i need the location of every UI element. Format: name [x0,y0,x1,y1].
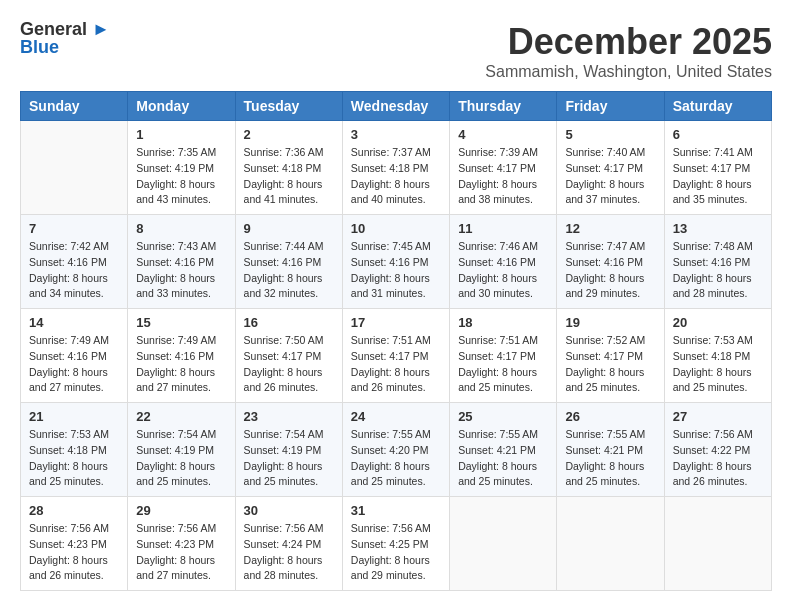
day-number: 24 [351,409,441,424]
day-number: 4 [458,127,548,142]
day-info: Sunrise: 7:51 AMSunset: 4:17 PMDaylight:… [458,333,548,396]
day-number: 10 [351,221,441,236]
day-number: 11 [458,221,548,236]
calendar-cell: 12Sunrise: 7:47 AMSunset: 4:16 PMDayligh… [557,215,664,309]
calendar-cell [450,497,557,591]
page-header: General ► Blue December 2025 Sammamish, … [20,20,772,81]
day-info: Sunrise: 7:55 AMSunset: 4:20 PMDaylight:… [351,427,441,490]
calendar-cell: 16Sunrise: 7:50 AMSunset: 4:17 PMDayligh… [235,309,342,403]
day-number: 19 [565,315,655,330]
calendar-cell: 8Sunrise: 7:43 AMSunset: 4:16 PMDaylight… [128,215,235,309]
day-info: Sunrise: 7:45 AMSunset: 4:16 PMDaylight:… [351,239,441,302]
calendar-cell: 9Sunrise: 7:44 AMSunset: 4:16 PMDaylight… [235,215,342,309]
logo-blue: Blue [20,38,110,56]
calendar-cell [557,497,664,591]
day-info: Sunrise: 7:35 AMSunset: 4:19 PMDaylight:… [136,145,226,208]
day-info: Sunrise: 7:54 AMSunset: 4:19 PMDaylight:… [244,427,334,490]
calendar-cell: 13Sunrise: 7:48 AMSunset: 4:16 PMDayligh… [664,215,771,309]
calendar-week-row: 7Sunrise: 7:42 AMSunset: 4:16 PMDaylight… [21,215,772,309]
calendar-cell: 2Sunrise: 7:36 AMSunset: 4:18 PMDaylight… [235,121,342,215]
calendar-week-row: 28Sunrise: 7:56 AMSunset: 4:23 PMDayligh… [21,497,772,591]
day-number: 28 [29,503,119,518]
calendar-cell: 6Sunrise: 7:41 AMSunset: 4:17 PMDaylight… [664,121,771,215]
day-number: 6 [673,127,763,142]
logo: General ► Blue [20,20,110,56]
calendar-cell: 19Sunrise: 7:52 AMSunset: 4:17 PMDayligh… [557,309,664,403]
location: Sammamish, Washington, United States [485,63,772,81]
calendar-cell: 1Sunrise: 7:35 AMSunset: 4:19 PMDaylight… [128,121,235,215]
calendar-header-sunday: Sunday [21,92,128,121]
day-number: 3 [351,127,441,142]
day-info: Sunrise: 7:53 AMSunset: 4:18 PMDaylight:… [673,333,763,396]
day-info: Sunrise: 7:56 AMSunset: 4:23 PMDaylight:… [136,521,226,584]
day-info: Sunrise: 7:47 AMSunset: 4:16 PMDaylight:… [565,239,655,302]
day-number: 16 [244,315,334,330]
day-number: 22 [136,409,226,424]
calendar-cell: 4Sunrise: 7:39 AMSunset: 4:17 PMDaylight… [450,121,557,215]
day-number: 15 [136,315,226,330]
calendar-header-wednesday: Wednesday [342,92,449,121]
calendar-week-row: 21Sunrise: 7:53 AMSunset: 4:18 PMDayligh… [21,403,772,497]
calendar-cell: 29Sunrise: 7:56 AMSunset: 4:23 PMDayligh… [128,497,235,591]
calendar-cell: 10Sunrise: 7:45 AMSunset: 4:16 PMDayligh… [342,215,449,309]
day-number: 8 [136,221,226,236]
calendar-cell: 20Sunrise: 7:53 AMSunset: 4:18 PMDayligh… [664,309,771,403]
calendar-cell: 30Sunrise: 7:56 AMSunset: 4:24 PMDayligh… [235,497,342,591]
calendar-cell: 28Sunrise: 7:56 AMSunset: 4:23 PMDayligh… [21,497,128,591]
day-number: 20 [673,315,763,330]
day-number: 23 [244,409,334,424]
calendar-cell: 14Sunrise: 7:49 AMSunset: 4:16 PMDayligh… [21,309,128,403]
day-number: 1 [136,127,226,142]
day-number: 25 [458,409,548,424]
day-number: 17 [351,315,441,330]
day-info: Sunrise: 7:54 AMSunset: 4:19 PMDaylight:… [136,427,226,490]
calendar-cell: 11Sunrise: 7:46 AMSunset: 4:16 PMDayligh… [450,215,557,309]
day-number: 7 [29,221,119,236]
day-info: Sunrise: 7:39 AMSunset: 4:17 PMDaylight:… [458,145,548,208]
calendar-header-thursday: Thursday [450,92,557,121]
day-number: 27 [673,409,763,424]
day-number: 9 [244,221,334,236]
calendar-cell [21,121,128,215]
day-number: 5 [565,127,655,142]
day-info: Sunrise: 7:43 AMSunset: 4:16 PMDaylight:… [136,239,226,302]
calendar-cell: 18Sunrise: 7:51 AMSunset: 4:17 PMDayligh… [450,309,557,403]
calendar-cell: 31Sunrise: 7:56 AMSunset: 4:25 PMDayligh… [342,497,449,591]
calendar-cell: 5Sunrise: 7:40 AMSunset: 4:17 PMDaylight… [557,121,664,215]
day-info: Sunrise: 7:49 AMSunset: 4:16 PMDaylight:… [29,333,119,396]
day-info: Sunrise: 7:46 AMSunset: 4:16 PMDaylight:… [458,239,548,302]
day-number: 21 [29,409,119,424]
day-number: 18 [458,315,548,330]
calendar-cell: 15Sunrise: 7:49 AMSunset: 4:16 PMDayligh… [128,309,235,403]
calendar-cell: 25Sunrise: 7:55 AMSunset: 4:21 PMDayligh… [450,403,557,497]
calendar-cell: 3Sunrise: 7:37 AMSunset: 4:18 PMDaylight… [342,121,449,215]
day-info: Sunrise: 7:44 AMSunset: 4:16 PMDaylight:… [244,239,334,302]
day-info: Sunrise: 7:50 AMSunset: 4:17 PMDaylight:… [244,333,334,396]
calendar-cell: 21Sunrise: 7:53 AMSunset: 4:18 PMDayligh… [21,403,128,497]
day-info: Sunrise: 7:49 AMSunset: 4:16 PMDaylight:… [136,333,226,396]
calendar-cell: 7Sunrise: 7:42 AMSunset: 4:16 PMDaylight… [21,215,128,309]
day-info: Sunrise: 7:51 AMSunset: 4:17 PMDaylight:… [351,333,441,396]
day-info: Sunrise: 7:41 AMSunset: 4:17 PMDaylight:… [673,145,763,208]
day-info: Sunrise: 7:40 AMSunset: 4:17 PMDaylight:… [565,145,655,208]
day-number: 29 [136,503,226,518]
calendar-cell: 27Sunrise: 7:56 AMSunset: 4:22 PMDayligh… [664,403,771,497]
day-info: Sunrise: 7:53 AMSunset: 4:18 PMDaylight:… [29,427,119,490]
day-info: Sunrise: 7:37 AMSunset: 4:18 PMDaylight:… [351,145,441,208]
day-number: 30 [244,503,334,518]
day-info: Sunrise: 7:56 AMSunset: 4:25 PMDaylight:… [351,521,441,584]
title-block: December 2025 Sammamish, Washington, Uni… [485,20,772,81]
month-title: December 2025 [485,20,772,63]
day-info: Sunrise: 7:52 AMSunset: 4:17 PMDaylight:… [565,333,655,396]
calendar-cell: 22Sunrise: 7:54 AMSunset: 4:19 PMDayligh… [128,403,235,497]
day-number: 12 [565,221,655,236]
calendar-week-row: 1Sunrise: 7:35 AMSunset: 4:19 PMDaylight… [21,121,772,215]
calendar-header-tuesday: Tuesday [235,92,342,121]
day-info: Sunrise: 7:48 AMSunset: 4:16 PMDaylight:… [673,239,763,302]
calendar-cell: 24Sunrise: 7:55 AMSunset: 4:20 PMDayligh… [342,403,449,497]
calendar-header-row: SundayMondayTuesdayWednesdayThursdayFrid… [21,92,772,121]
day-info: Sunrise: 7:42 AMSunset: 4:16 PMDaylight:… [29,239,119,302]
calendar-header-friday: Friday [557,92,664,121]
day-number: 26 [565,409,655,424]
calendar-cell: 23Sunrise: 7:54 AMSunset: 4:19 PMDayligh… [235,403,342,497]
